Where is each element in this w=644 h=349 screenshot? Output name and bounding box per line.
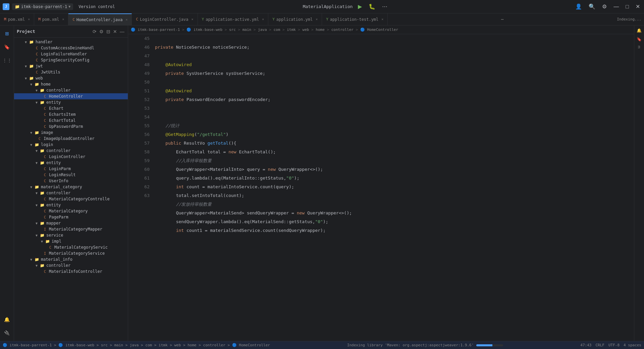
tab-pom2-close[interactable]: × (62, 17, 64, 21)
tree-node-login-controller[interactable]: C LoginController (14, 154, 128, 160)
status-line-sep[interactable]: CRLF (595, 343, 604, 347)
tab-app-close[interactable]: × (316, 17, 318, 21)
user-icon-button[interactable]: 👤 (574, 2, 583, 11)
sidebar-gear-button[interactable]: ⚙ (99, 28, 104, 35)
plugins-button[interactable]: 🔌 (2, 328, 12, 338)
status-position[interactable]: 47:43 (580, 343, 591, 347)
maximize-button[interactable]: □ (624, 2, 630, 11)
tree-node-login-result[interactable]: C LoginResult (14, 172, 128, 178)
tree-node-mapper-folder[interactable]: ▼ 📁 mapper (14, 220, 128, 226)
tree-node-home-entity[interactable]: ▼ 📁 entity (14, 99, 128, 105)
handler-folder-icon: 📁 (29, 39, 34, 45)
tree-node-echart[interactable]: C Echart (14, 105, 128, 111)
more-options-button[interactable]: ⋯ (381, 2, 389, 11)
minimize-button[interactable]: — (612, 2, 620, 11)
tree-node-image[interactable]: ▼ 📁 image (14, 130, 128, 136)
tree-node-custom-access[interactable]: C CustomAccessDeineHandl (14, 45, 128, 51)
tree-node-login-failure[interactable]: C LoginFailureHandler (14, 51, 128, 57)
tab-app-active-close[interactable]: × (262, 17, 264, 21)
tree-node-echart-total[interactable]: C EchartTotal (14, 117, 128, 123)
tree-node-web[interactable]: ▼ 📁 web (14, 75, 128, 81)
tab-home-controller-label: HomeController.java (76, 17, 122, 22)
project-view-button[interactable]: ⊞ (2, 28, 12, 39)
tree-node-home-controller[interactable]: C HomeController (14, 93, 128, 99)
tree-node-login-parm[interactable]: C LoginParm (14, 166, 128, 172)
tab-app-test-close[interactable]: × (381, 17, 383, 21)
mat-category-icon: C (42, 208, 48, 214)
notifications-button[interactable]: 🔔 (2, 314, 12, 325)
tree-node-image-upload[interactable]: C ImageUploadController (14, 136, 128, 142)
tree-node-home[interactable]: ▼ 📁 home (14, 81, 128, 87)
sidebar-sync-button[interactable]: ⟳ (92, 28, 97, 35)
tree-node-material-info[interactable]: ▼ 📁 material_info (14, 256, 128, 262)
sidebar-more-button[interactable]: — (119, 28, 125, 35)
tree-node-mat-cat-ctrl[interactable]: C MaterialCategoryControlle (14, 196, 128, 202)
structure-button[interactable]: ⋮⋮ (2, 55, 12, 66)
image-upload-label: ImageUploadController (44, 136, 95, 141)
notifications-right-button[interactable]: 🔔 (635, 27, 643, 34)
tab-login-controller-close[interactable]: × (192, 17, 194, 21)
web-arrow: ▼ (25, 77, 29, 80)
tab-app-active[interactable]: Y application-active.yml × (198, 13, 269, 25)
tree-node-mat-info-ctrl[interactable]: C MaterialInfoController (14, 268, 128, 275)
tab-app-test[interactable]: Y application-test.yml × (322, 13, 388, 25)
login-parm-icon: C (42, 166, 48, 171)
tab-pom1[interactable]: M pom.xml × (0, 13, 34, 25)
tree-node-mat-info-ctrl-folder[interactable]: ▼ 📁 controller (14, 262, 128, 268)
tree-node-user-info[interactable]: C UserInfo (14, 178, 128, 184)
tree-node-page-parm[interactable]: C PageParm (14, 214, 128, 220)
page-parm-label: PageParm (49, 215, 68, 219)
tree-node-mat-cat-mapper[interactable]: I MaterialCategoryMapper (14, 226, 128, 232)
tree-node-impl-folder[interactable]: ▼ 📁 impl (14, 238, 128, 244)
search-icon-button[interactable]: 🔍 (587, 2, 597, 11)
tree-node-service-folder[interactable]: ▼ 📁 service (14, 232, 128, 238)
structure-right-button[interactable]: m (636, 44, 642, 50)
tree-node-spring-security[interactable]: C SpringSecurityConfig (14, 57, 128, 63)
sidebar-collapse-button[interactable]: ⊟ (106, 28, 111, 35)
tab-home-controller-close[interactable]: × (125, 18, 127, 21)
tree-node-material-category[interactable]: ▼ 📁 material_category (14, 184, 128, 190)
tree-node-uppassword[interactable]: C UpPasswordParm (14, 123, 128, 130)
run-button[interactable]: ▶ (357, 2, 363, 11)
project-menu[interactable]: 📁 itmk-base-parrent-1 ▼ (12, 3, 73, 10)
tree-node-mat-cat-entity[interactable]: ▼ 📁 entity (14, 202, 128, 208)
tree-node-login[interactable]: ▼ 📁 login (14, 142, 128, 148)
tree-node-login-entity[interactable]: ▼ 📁 entity (14, 160, 128, 166)
mat-cat-ctrl-icon: C (42, 196, 48, 202)
tab-login-controller[interactable]: C LoginController.java × (132, 13, 198, 25)
status-spaces[interactable]: 4 spaces (624, 343, 641, 347)
code-editor[interactable]: private NoticeService noticeService; @Au… (152, 34, 634, 341)
tab-app[interactable]: Y application.yml × (268, 13, 322, 25)
project-name-label[interactable]: itmk-base-parrent-1 (21, 4, 67, 9)
tree-node-mat-cat-service[interactable]: I MaterialCategoryService (14, 250, 128, 256)
sidebar: Project ⟳ ⚙ ⊟ ✕ — ▼ 📁 handler C CustomAc… (14, 26, 128, 341)
indexing-status: Indexing... (617, 17, 641, 21)
login-entity-icon: 📁 (40, 160, 45, 165)
tree-node-mat-cat-ctrl-folder[interactable]: ▼ 📁 controller (14, 190, 128, 196)
tree-node-echarts-item[interactable]: C EchartsItem (14, 111, 128, 117)
tab-home-controller[interactable]: C HomeController.java × (68, 13, 132, 25)
tree-node-mat-cat-service-impl[interactable]: C MaterialCategoryServic (14, 244, 128, 250)
tree-node-jwt[interactable]: ▼ 📁 jwt (14, 63, 128, 69)
app-icon: J (3, 3, 9, 10)
tree-node-home-controller-folder[interactable]: ▼ 📁 controller (14, 87, 128, 93)
home-label: home (41, 82, 51, 87)
login-entity-label: entity (46, 160, 61, 165)
status-encoding[interactable]: UTF-8 (608, 343, 620, 347)
tab-pom1-close[interactable]: × (28, 17, 30, 21)
tree-node-login-controller-folder[interactable]: ▼ 📁 controller (14, 148, 128, 154)
settings-icon-button[interactable]: ⚙ (601, 2, 608, 11)
version-control-btn[interactable]: Version control (76, 3, 117, 10)
close-button[interactable]: ✕ (634, 2, 641, 11)
tree-node-handler[interactable]: ▼ 📁 handler (14, 39, 128, 45)
bookmarks-right-button[interactable]: 🔖 (635, 36, 643, 43)
tab-pom2[interactable]: M pom.xml × (34, 13, 68, 25)
tree-node-mat-category[interactable]: C MaterialCategory (14, 208, 128, 214)
mapper-folder-icon: 📁 (40, 220, 45, 226)
sidebar-close-button[interactable]: ✕ (112, 28, 118, 35)
tree-node-jwt-utils[interactable]: C JwtUtils (14, 69, 128, 75)
bookmarks-button[interactable]: 🔖 (2, 42, 12, 52)
tabs-more-icon[interactable]: ⋯ (501, 17, 504, 22)
debug-button[interactable]: 🐛 (367, 2, 377, 11)
status-indexing: Indexing library 'Maven: org.aspectj:asp… (347, 343, 503, 347)
